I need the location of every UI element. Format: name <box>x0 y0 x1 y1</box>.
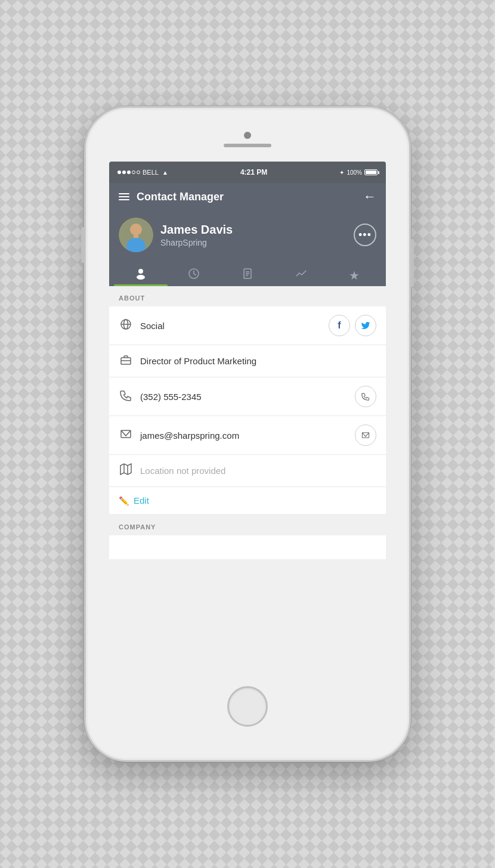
phone-row: (352) 555-2345 <box>109 377 386 416</box>
star-tab-icon: ★ <box>349 268 360 283</box>
battery-percent: 100% <box>346 169 362 176</box>
edit-button[interactable]: Edit <box>134 495 149 506</box>
contact-company: SharpSpring <box>160 238 233 247</box>
job-title: Director of Product Marketing <box>140 356 376 366</box>
signal-dot-4 <box>132 170 135 174</box>
home-button[interactable] <box>227 686 268 727</box>
doc-tab-icon <box>242 268 253 283</box>
call-button[interactable] <box>355 386 376 407</box>
app-title: Contact Manager <box>137 191 224 203</box>
svg-rect-4 <box>134 234 138 238</box>
email-address: james@sharpspring.com <box>140 430 348 441</box>
status-right: ✦ 100% <box>339 169 378 176</box>
phone-number: (352) 555-2345 <box>140 392 348 402</box>
edit-pencil-icon: ✏️ <box>119 496 129 506</box>
battery-indicator <box>364 169 378 175</box>
carrier-label: BELL <box>143 169 159 176</box>
tab-docs[interactable] <box>221 262 274 286</box>
battery-fill <box>366 170 376 174</box>
status-bar: BELL ▲ 4:21 PM ✦ 100% <box>109 162 386 183</box>
menu-button[interactable] <box>119 193 129 200</box>
status-time: 4:21 PM <box>240 168 267 176</box>
status-left: BELL ▲ <box>117 169 168 176</box>
phone-top <box>86 108 409 162</box>
signal-dot-2 <box>122 170 126 174</box>
contact-header: James Davis SharpSpring ••• <box>109 210 386 262</box>
send-email-button[interactable] <box>355 424 376 446</box>
hamburger-line-1 <box>119 193 129 194</box>
twitter-button[interactable] <box>355 315 376 336</box>
company-card <box>109 535 386 559</box>
about-section-label: ABOUT <box>109 286 386 306</box>
about-card: Social f <box>109 306 386 514</box>
map-icon <box>119 463 133 478</box>
screen: BELL ▲ 4:21 PM ✦ 100% <box>109 162 386 653</box>
header-left: Contact Manager <box>119 191 224 203</box>
contact-info: James Davis SharpSpring <box>119 218 233 252</box>
battery-bar <box>364 169 378 175</box>
email-actions <box>355 424 376 446</box>
wifi-icon: ▲ <box>162 169 168 176</box>
company-section-label: COMPANY <box>109 515 386 535</box>
hamburger-line-2 <box>119 196 129 197</box>
facebook-button[interactable]: f <box>329 315 350 336</box>
camera <box>244 132 251 139</box>
location-text: Location not provided <box>140 466 376 476</box>
content-area: ABOUT Social f <box>109 286 386 653</box>
email-row: james@sharpspring.com <box>109 416 386 455</box>
clock-tab-icon <box>188 268 200 283</box>
tab-favorites[interactable]: ★ <box>327 262 381 286</box>
phone-icon <box>119 389 133 404</box>
phone-bottom <box>227 653 268 760</box>
social-row: Social f <box>109 306 386 345</box>
briefcase-icon <box>119 354 133 368</box>
phone-shell: BELL ▲ 4:21 PM ✦ 100% <box>84 106 411 762</box>
person-tab-icon <box>135 268 147 283</box>
more-options-button[interactable]: ••• <box>354 224 376 246</box>
svg-point-6 <box>137 275 145 280</box>
social-label: Social <box>140 321 321 331</box>
signal-dot-1 <box>117 170 121 174</box>
hamburger-line-3 <box>119 199 129 200</box>
social-icon <box>119 318 133 333</box>
phone-actions <box>355 386 376 407</box>
location-row: Location not provided <box>109 455 386 487</box>
contact-details: James Davis SharpSpring <box>160 223 233 247</box>
tab-person[interactable] <box>114 262 168 286</box>
speaker <box>224 144 271 147</box>
chart-tab-icon <box>295 268 307 283</box>
social-actions: f <box>329 315 376 336</box>
bluetooth-icon: ✦ <box>339 169 344 176</box>
email-icon <box>119 428 133 443</box>
tab-bar: ★ <box>109 262 386 286</box>
svg-point-2 <box>130 224 142 235</box>
signal-dot-5 <box>137 170 140 174</box>
signal-dots <box>117 170 140 174</box>
tab-history[interactable] <box>168 262 221 286</box>
svg-point-5 <box>138 269 143 274</box>
edit-row: ✏️ Edit <box>109 487 386 514</box>
tab-analytics[interactable] <box>274 262 328 286</box>
app-header: Contact Manager ← <box>109 183 386 210</box>
svg-marker-19 <box>120 464 131 475</box>
signal-dot-3 <box>127 170 131 174</box>
back-button[interactable]: ← <box>363 189 376 204</box>
job-title-row: Director of Product Marketing <box>109 345 386 377</box>
avatar <box>119 218 153 252</box>
contact-name: James Davis <box>160 223 233 237</box>
